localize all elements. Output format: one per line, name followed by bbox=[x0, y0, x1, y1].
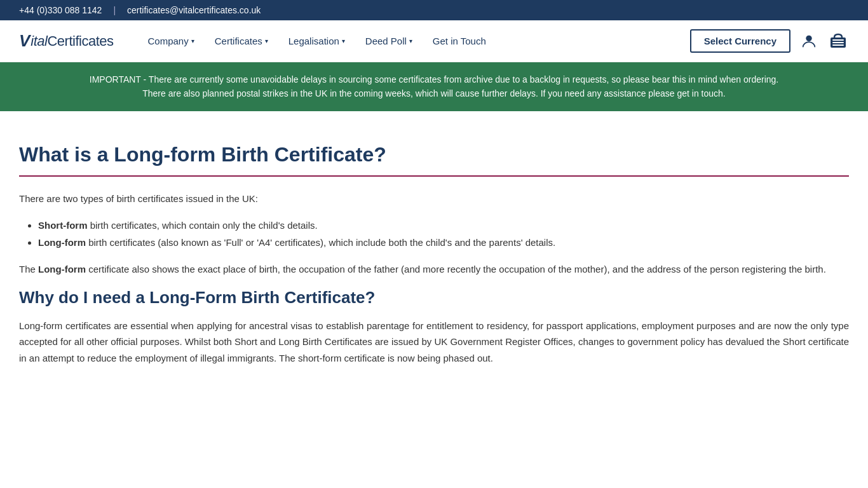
nav-item-certificates[interactable]: Certificates ▾ bbox=[206, 30, 277, 51]
bullet2-text: birth certificates (also known as 'Full'… bbox=[86, 237, 555, 248]
list-item-long-form: Long-form birth certificates (also known… bbox=[38, 234, 849, 251]
nav-item-deed-poll[interactable]: Deed Poll ▾ bbox=[356, 30, 421, 51]
nav-item-company[interactable]: Company ▾ bbox=[139, 30, 203, 51]
heading-divider bbox=[19, 175, 849, 177]
phone-number: +44 (0)330 088 1142 bbox=[19, 5, 102, 15]
logo-v-letter: V bbox=[19, 31, 30, 51]
nav-right: Select Currency bbox=[690, 29, 849, 53]
nav-item-contact[interactable]: Get in Touch bbox=[424, 30, 495, 51]
svg-point-0 bbox=[806, 35, 811, 41]
chevron-down-icon: ▾ bbox=[191, 37, 194, 44]
svg-rect-2 bbox=[832, 39, 844, 41]
paragraph2-prefix: The bbox=[19, 264, 38, 274]
longform-need-paragraph: Long-form certificates are essential whe… bbox=[19, 318, 849, 367]
chevron-down-icon: ▾ bbox=[342, 37, 345, 44]
email-address: certificates@vitalcertificates.co.uk bbox=[127, 5, 261, 15]
longform-description: The Long-form certificate also shows the… bbox=[19, 261, 849, 278]
divider: | bbox=[113, 5, 116, 15]
page-heading1: What is a Long-form Birth Certificate? bbox=[19, 143, 849, 166]
paragraph2-bold: Long-form bbox=[38, 264, 86, 274]
svg-rect-4 bbox=[832, 44, 844, 46]
nav-item-legalisation[interactable]: Legalisation ▾ bbox=[280, 30, 354, 51]
alert-banner: IMPORTANT - There are currently some una… bbox=[0, 62, 868, 111]
svg-rect-3 bbox=[832, 42, 844, 43]
nav-links: Company ▾ Certificates ▾ Legalisation ▾ … bbox=[139, 30, 690, 51]
bullet1-text: birth certificates, which contain only t… bbox=[88, 220, 318, 231]
alert-line1: IMPORTANT - There are currently some una… bbox=[25, 72, 843, 86]
chevron-down-icon: ▾ bbox=[265, 37, 268, 44]
alert-line2: There are also planned postal strikes in… bbox=[25, 86, 843, 100]
cart-icon[interactable] bbox=[827, 30, 849, 52]
bullet1-bold: Short-form bbox=[38, 220, 88, 231]
bullet2-bold: Long-form bbox=[38, 237, 86, 248]
list-item-short-form: Short-form birth certificates, which con… bbox=[38, 217, 849, 234]
bullets-list: Short-form birth certificates, which con… bbox=[38, 217, 849, 251]
logo[interactable]: V italCertificates bbox=[19, 31, 114, 51]
intro-paragraph: There are two types of birth certificate… bbox=[19, 191, 849, 207]
select-currency-button[interactable]: Select Currency bbox=[690, 29, 790, 53]
top-bar: +44 (0)330 088 1142 | certificates@vital… bbox=[0, 0, 868, 20]
main-nav: V italCertificates Company ▾ Certificate… bbox=[0, 20, 868, 62]
logo-text: italCertificates bbox=[31, 33, 113, 50]
user-icon[interactable] bbox=[799, 32, 818, 51]
chevron-down-icon: ▾ bbox=[409, 37, 412, 44]
main-content: What is a Long-form Birth Certificate? T… bbox=[0, 111, 868, 402]
page-heading2: Why do I need a Long-Form Birth Certific… bbox=[19, 288, 849, 308]
paragraph2-text: certificate also shows the exact place o… bbox=[86, 264, 826, 274]
